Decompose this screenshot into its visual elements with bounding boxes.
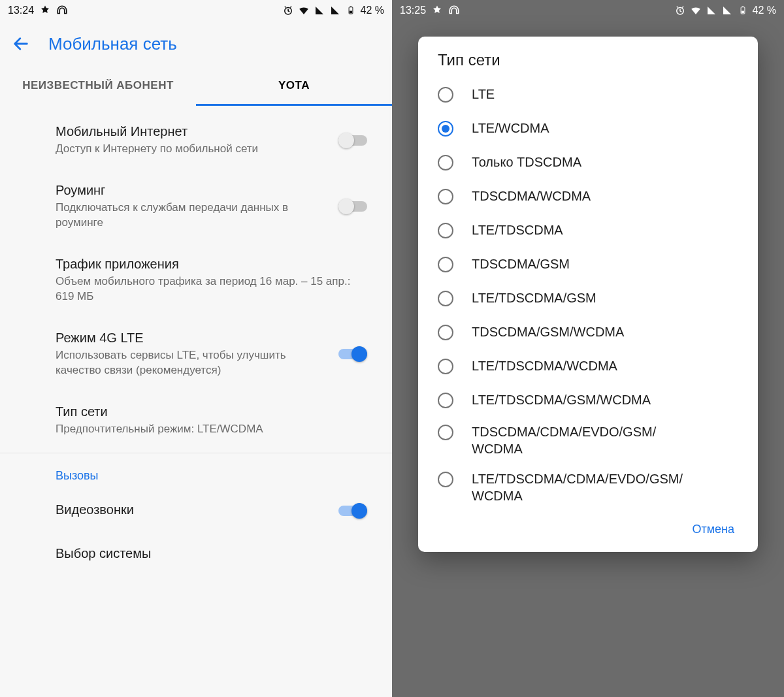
setting-video-calls[interactable]: Видеозвонки xyxy=(0,489,392,533)
status-time: 13:24 xyxy=(8,5,34,16)
notif-app-icon xyxy=(39,5,51,16)
radio-label: TDSCDMA/GSM/WCDMA xyxy=(472,323,624,340)
radio-icon xyxy=(438,257,453,272)
toolbar: Мобильная сеть xyxy=(0,21,392,67)
dialog-title: Тип сети xyxy=(418,51,758,77)
mobile-data-switch[interactable] xyxy=(338,133,367,148)
svg-rect-3 xyxy=(350,7,351,7)
setting-title: Мобильный Интернет xyxy=(56,124,328,139)
setting-title: Трафик приложения xyxy=(56,257,357,272)
radio-icon xyxy=(438,223,453,238)
radio-icon xyxy=(438,121,453,137)
network-type-options: LTELTE/WCDMAТолько TDSCDMATDSCDMA/WCDMAL… xyxy=(418,77,758,511)
radio-icon xyxy=(438,87,453,103)
radio-label: LTE/TDSCDMA/WCDMA xyxy=(472,357,617,374)
network-type-option[interactable]: TDSCDMA/GSM xyxy=(418,247,758,281)
radio-label: LTE/TDSCDMA/CDMA/EVDO/GSM/WCDMA xyxy=(472,470,683,504)
signal2-icon xyxy=(329,5,341,16)
signal1-icon xyxy=(314,5,325,16)
radio-icon xyxy=(438,359,453,374)
tab-label: НЕИЗВЕСТНЫЙ АБОНЕНТ xyxy=(22,79,174,92)
setting-title: Выбор системы xyxy=(56,546,357,561)
alarm-icon xyxy=(282,5,294,16)
lte-mode-switch[interactable] xyxy=(338,346,367,362)
network-type-dialog: Тип сети LTELTE/WCDMAТолько TDSCDMATDSCD… xyxy=(418,37,758,552)
network-type-option[interactable]: LTE/TDSCDMA/GSM xyxy=(418,281,758,315)
sim-tabs: НЕИЗВЕСТНЫЙ АБОНЕНТ YOTA xyxy=(0,67,392,106)
roaming-switch[interactable] xyxy=(338,199,367,214)
settings-list: Мобильный Интернет Доступ к Интернету по… xyxy=(0,106,392,582)
setting-subtitle: Предпочтительный режим: LTE/WCDMA xyxy=(56,422,357,437)
dialog-backdrop[interactable]: Тип сети LTELTE/WCDMAТолько TDSCDMATDSCD… xyxy=(392,0,784,697)
wifi-icon xyxy=(298,5,310,16)
svg-rect-2 xyxy=(349,11,351,14)
setting-system-select[interactable]: Выбор системы xyxy=(0,533,392,577)
screen-mobile-network: 13:24 42 % xyxy=(0,0,392,697)
setting-title: Тип сети xyxy=(56,404,357,419)
setting-subtitle: Доступ к Интернету по мобильной сети xyxy=(56,142,328,157)
page-title: Мобильная сеть xyxy=(48,34,177,54)
setting-app-traffic[interactable]: Трафик приложения Объем мобильного трафи… xyxy=(0,244,392,317)
setting-roaming[interactable]: Роуминг Подключаться к службам передачи … xyxy=(0,170,392,244)
radio-icon xyxy=(438,425,453,440)
cancel-button[interactable]: Отмена xyxy=(684,517,742,542)
network-type-option[interactable]: LTE xyxy=(418,77,758,111)
network-type-option[interactable]: TDSCDMA/WCDMA xyxy=(418,179,758,213)
screen-network-type-dialog: 13:25 42 % xyxy=(392,0,784,697)
setting-mobile-data[interactable]: Мобильный Интернет Доступ к Интернету по… xyxy=(0,111,392,170)
setting-subtitle: Использовать сервисы LTE, чтобы улучшить… xyxy=(56,348,328,378)
radio-label: LTE/TDSCDMA/GSM xyxy=(472,289,596,306)
tab-unknown-subscriber[interactable]: НЕИЗВЕСТНЫЙ АБОНЕНТ xyxy=(0,67,196,106)
tab-yota[interactable]: YOTA xyxy=(196,67,392,106)
setting-title: Режим 4G LTE xyxy=(56,331,328,346)
section-calls-header: Вызовы xyxy=(0,453,392,489)
radio-label: LTE/TDSCDMA xyxy=(472,221,563,238)
status-battery-pct: 42 % xyxy=(361,5,384,16)
radio-icon xyxy=(438,325,453,340)
network-type-option[interactable]: LTE/TDSCDMA/WCDMA xyxy=(418,349,758,383)
setting-subtitle: Подключаться к службам передачи данных в… xyxy=(56,201,328,231)
radio-icon xyxy=(438,472,453,487)
network-type-option[interactable]: Только TDSCDMA xyxy=(418,145,758,179)
back-button[interactable] xyxy=(12,35,30,53)
radio-label: TDSCDMA/CDMA/EVDO/GSM/WCDMA xyxy=(472,423,656,457)
radio-label: Только TDSCDMA xyxy=(472,154,581,170)
notif-app2-icon xyxy=(56,5,68,16)
setting-4g-lte-mode[interactable]: Режим 4G LTE Использовать сервисы LTE, ч… xyxy=(0,317,392,391)
status-bar: 13:24 42 % xyxy=(0,0,392,21)
radio-icon xyxy=(438,393,453,408)
setting-title: Видеозвонки xyxy=(56,502,328,517)
network-type-option[interactable]: TDSCDMA/GSM/WCDMA xyxy=(418,315,758,349)
setting-network-type[interactable]: Тип сети Предпочтительный режим: LTE/WCD… xyxy=(0,391,392,450)
radio-label: TDSCDMA/GSM xyxy=(472,255,570,272)
network-type-option[interactable]: LTE/TDSCDMA/CDMA/EVDO/GSM/WCDMA xyxy=(418,464,758,511)
radio-icon xyxy=(438,189,453,204)
radio-label: LTE/WCDMA xyxy=(472,120,549,137)
radio-icon xyxy=(438,155,453,170)
setting-subtitle: Объем мобильного трафика за период 16 ма… xyxy=(56,274,357,304)
network-type-option[interactable]: TDSCDMA/CDMA/EVDO/GSM/WCDMA xyxy=(418,417,758,464)
video-calls-switch[interactable] xyxy=(338,503,367,519)
tab-label: YOTA xyxy=(278,79,310,92)
radio-label: TDSCDMA/WCDMA xyxy=(472,187,591,204)
radio-label: LTE/TDSCDMA/GSM/WCDMA xyxy=(472,391,651,408)
setting-title: Роуминг xyxy=(56,183,328,198)
radio-label: LTE xyxy=(472,86,495,103)
network-type-option[interactable]: LTE/TDSCDMA/GSM/WCDMA xyxy=(418,383,758,417)
radio-icon xyxy=(438,291,453,306)
battery-icon xyxy=(345,5,357,16)
network-type-option[interactable]: LTE/TDSCDMA xyxy=(418,213,758,247)
network-type-option[interactable]: LTE/WCDMA xyxy=(418,111,758,145)
